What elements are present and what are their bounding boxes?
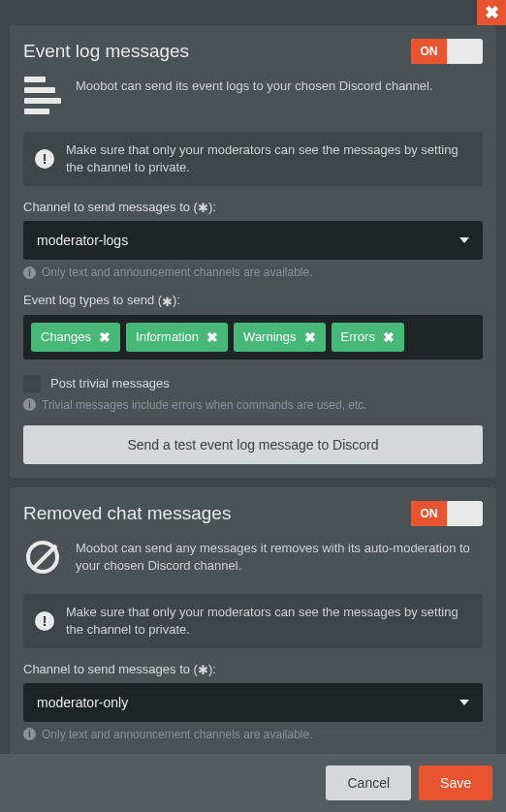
required-asterisk-icon: ✱ [198,201,208,215]
event-log-toggle[interactable]: ON [411,39,483,64]
toggle-on-label: ON [411,501,447,526]
info-icon: i [23,398,36,411]
alert-icon: ! [35,149,54,169]
footer: Cancel Save [0,754,506,812]
cancel-button[interactable]: Cancel [326,765,411,800]
toggle-off-side [447,39,483,64]
toggle-off-side [447,501,483,526]
panel-title: Event log messages [23,41,189,62]
forbid-icon [23,538,62,577]
removed-chat-toggle[interactable]: ON [411,501,483,526]
channel-hint: i Only text and announcement channels ar… [23,265,483,279]
save-button[interactable]: Save [419,765,492,800]
panel-description: Moobot can send any messages it removes … [76,538,483,577]
tag-changes[interactable]: Changes✖ [31,323,120,352]
tag-warnings[interactable]: Warnings✖ [234,323,325,352]
close-button[interactable]: ✖ [477,0,506,25]
channel-value: moderator-logs [37,233,128,248]
tag-remove-icon[interactable]: ✖ [304,329,316,345]
event-log-panel: Event log messages ON Moobot can send it… [10,25,496,478]
tag-errors[interactable]: Errors✖ [332,323,404,352]
privacy-alert: ! Make sure that only your moderators ca… [23,132,483,186]
channel-value: moderator-only [37,695,128,710]
channel-select[interactable]: moderator-only [23,683,483,722]
channel-hint: i Only text and announcement channels ar… [23,728,483,741]
trivial-checkbox[interactable] [23,375,41,392]
alert-text: Make sure that only your moderators can … [66,141,471,176]
panel-description: Moobot can send its event logs to your c… [76,76,433,114]
trivial-hint: i Trivial messages include errors when c… [23,398,483,412]
chevron-down-icon [459,700,469,705]
privacy-alert: ! Make sure that only your moderators ca… [23,594,483,648]
tag-remove-icon[interactable]: ✖ [206,329,218,345]
alert-text: Make sure that only your moderators can … [66,604,471,639]
info-icon: i [23,266,36,279]
tag-remove-icon[interactable]: ✖ [383,329,395,345]
channel-select[interactable]: moderator-logs [23,221,483,260]
toggle-on-label: ON [411,39,447,64]
chevron-down-icon [459,237,469,243]
required-asterisk-icon: ✱ [198,663,208,677]
send-test-event-log-button[interactable]: Send a test event log message to Discord [23,425,483,464]
lines-icon [23,76,62,114]
trivial-label: Post trivial messages [50,376,170,390]
event-types-box[interactable]: Changes✖ Information✖ Warnings✖ Errors✖ [23,315,483,359]
channel-label: Channel to send messages to (✱): [23,662,483,677]
types-label: Event log types to send (✱): [23,293,483,308]
tag-remove-icon[interactable]: ✖ [99,329,111,345]
tag-information[interactable]: Information✖ [126,323,228,352]
required-asterisk-icon: ✱ [162,295,173,309]
info-icon: i [23,728,36,740]
alert-icon: ! [35,611,54,631]
panel-title: Removed chat messages [23,503,231,524]
channel-label: Channel to send messages to (✱): [23,200,483,215]
